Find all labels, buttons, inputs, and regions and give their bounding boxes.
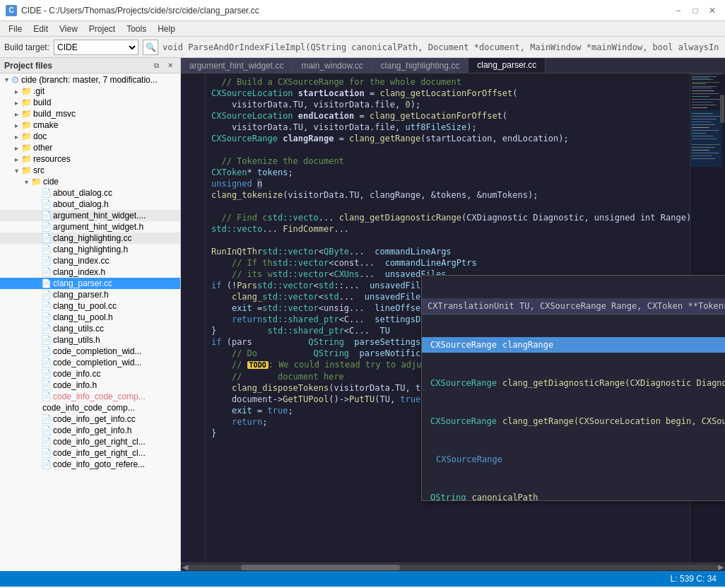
list-item[interactable]: 📄 argument_hint_widget.... (0, 210, 180, 221)
list-item[interactable]: 📄 clang_utils.h (0, 334, 180, 346)
tree-item-root[interactable]: ⊙ cide (branch: master, 7 modificatio... (0, 74, 180, 86)
list-item[interactable]: 📄 about_dialog.h (0, 199, 180, 210)
file-icon: 📄 (41, 301, 52, 311)
scroll-thumb[interactable] (241, 565, 400, 570)
autocomplete-header: CXTranslationUnit TU, CXSourceRange Rang… (422, 298, 690, 314)
svg-rect-15 (692, 107, 707, 108)
list-item[interactable]: 📄 code_info_get_right_cl... (0, 447, 180, 459)
list-item[interactable]: 📄 clang_index.cc (0, 255, 180, 266)
svg-rect-17 (692, 113, 713, 114)
sidebar-close-button[interactable]: ✕ (165, 60, 176, 71)
list-item[interactable]: 📄 code_info_get_info.h (0, 425, 180, 436)
svg-rect-25 (692, 136, 713, 136)
list-item[interactable]: 📄 clang_highlighting.cc (0, 233, 180, 244)
scroll-right-btn[interactable]: ▶ (718, 563, 724, 571)
tree-item-build[interactable]: 📁 build (0, 97, 180, 108)
code-view[interactable]: // Build a CXSourceRange for the whole d… (206, 74, 690, 563)
svg-rect-20 (692, 122, 712, 122)
folder-icon-build: 📁 (21, 98, 32, 107)
search-button[interactable]: 🔍 (143, 40, 158, 55)
tree-item-other[interactable]: 📁 other (0, 142, 180, 153)
list-item[interactable]: 📄 code_info.h (0, 380, 180, 391)
list-item[interactable]: 📄 clang_index.h (0, 266, 180, 278)
file-icon: 📄 (41, 392, 52, 401)
scroll-left-btn[interactable]: ◀ (182, 563, 188, 571)
svg-rect-9 (692, 90, 714, 91)
list-item[interactable]: 📄 argument_hint_widget.h (0, 221, 180, 233)
tree-arrow-root (1, 76, 11, 83)
build-target-select[interactable]: CIDE (54, 40, 138, 55)
tree-item-doc[interactable]: 📁 doc (0, 131, 180, 142)
file-label: code_info_code_comp... (42, 403, 135, 413)
list-item[interactable]: 📄 code_completion_wid... (0, 357, 180, 368)
tree-item-resources[interactable]: 📁 resources (0, 153, 180, 165)
menu-file[interactable]: File (3, 23, 28, 35)
file-label: argument_hint_widget.h (53, 222, 143, 232)
list-item[interactable]: 📄 clang_parser.h (0, 289, 180, 300)
tree-item-cmake[interactable]: 📁 cmake (0, 119, 180, 131)
file-icon: 📄 (41, 312, 52, 322)
file-label: clang_highlighting.cc (53, 233, 131, 243)
file-icon: 📄 (41, 459, 52, 469)
file-label: code_info_get_right_cl... (53, 448, 146, 458)
file-icon: 📄 (41, 335, 52, 345)
list-item[interactable]: 📄 code_info_get_right_cl... (0, 436, 180, 447)
tab-argument-hint[interactable]: argument_hint_widget.cc (181, 58, 293, 73)
file-label: clang_index.cc (53, 256, 109, 266)
file-label: code_info_get_right_cl... (53, 437, 146, 447)
file-icon: 📄 (41, 290, 52, 300)
list-item[interactable]: 📄 clang_parser.cc (0, 278, 180, 289)
code-editor[interactable]: // Build a CXSourceRange for the whole d… (181, 74, 725, 563)
tree-arrow-src (11, 167, 21, 175)
list-item[interactable]: 📄 about_dialog.cc (0, 187, 180, 199)
autocomplete-item[interactable]: CXSourceRange clang_getRange(CXSourceLoc… (422, 413, 690, 429)
file-label: about_dialog.cc (53, 188, 112, 198)
menu-view[interactable]: View (54, 23, 83, 35)
close-button[interactable]: ✕ (705, 4, 719, 18)
autocomplete-dropdown[interactable]: CXTranslationUnit TU, CXSourceRange Rang… (421, 275, 690, 501)
autocomplete-item[interactable]: CXSourceRange clangRange (422, 337, 690, 353)
scroll-track[interactable] (188, 565, 718, 570)
list-item[interactable]: 📄 code_completion_wid... (0, 346, 180, 357)
autocomplete-item[interactable]: CXSourceRange (422, 452, 690, 467)
tree-item-git[interactable]: 📁 .git (0, 86, 180, 97)
tree-item-src[interactable]: 📁 src (0, 165, 180, 176)
list-item[interactable]: 📄 clang_tu_pool.cc (0, 300, 180, 312)
list-item[interactable]: 📄 clang_tu_pool.h (0, 312, 180, 323)
folder-icon-other: 📁 (21, 143, 32, 153)
list-item[interactable]: 📄 clang_utils.cc (0, 323, 180, 334)
list-item[interactable]: 📄 code_info_goto_refere... (0, 459, 180, 470)
menu-edit[interactable]: Edit (28, 23, 54, 35)
menu-help[interactable]: Help (152, 23, 181, 35)
tree-item-cide[interactable]: 📁 cide (0, 176, 180, 187)
file-label: code_completion_wid... (53, 358, 141, 368)
list-item[interactable]: 📄 code_info.cc (0, 368, 180, 380)
minimize-button[interactable]: − (671, 4, 685, 18)
svg-rect-2 (692, 76, 717, 77)
tab-clang-highlighting[interactable]: clang_highlighting.cc (372, 58, 468, 73)
root-icon: ⊙ (11, 74, 19, 85)
tab-main-window[interactable]: main_window.cc (293, 58, 372, 73)
file-label: clang_tu_pool.h (53, 312, 113, 322)
tree-item-build-msvc[interactable]: 📁 build_msvc (0, 108, 180, 119)
maximize-button[interactable]: □ (688, 4, 702, 18)
autocomplete-item[interactable]: QString canonicalPath (422, 490, 690, 501)
toolbar: Build target: CIDE 🔍 void ParseAndOrInde… (0, 37, 725, 58)
list-item[interactable]: code_info_code_comp... (0, 402, 180, 413)
list-item[interactable]: 📄 code_info_code_comp... (0, 391, 180, 402)
tree-arrow-resources (11, 155, 21, 163)
tree-arrow-build (11, 99, 21, 107)
list-item[interactable]: 📄 code_info_get_info.cc (0, 413, 180, 425)
horizontal-scrollbar[interactable]: ◀ ▶ (181, 563, 725, 571)
file-label: clang_tu_pool.cc (53, 301, 117, 311)
menu-tools[interactable]: Tools (121, 23, 152, 35)
tab-clang-parser[interactable]: clang_parser.cc (468, 58, 546, 73)
main-layout: Project files ⧉ ✕ ⊙ cide (branch: master… (0, 58, 725, 571)
svg-rect-4 (692, 79, 713, 80)
list-item[interactable]: 📄 clang_highlighting.h (0, 244, 180, 255)
sidebar-controls: ⧉ ✕ (151, 60, 176, 71)
folder-icon-cmake: 📁 (21, 120, 32, 130)
menu-project[interactable]: Project (83, 23, 121, 35)
autocomplete-item[interactable]: CXSourceRange clang_getDiagnosticRange(C… (422, 375, 690, 391)
sidebar-detach-button[interactable]: ⧉ (151, 60, 162, 71)
